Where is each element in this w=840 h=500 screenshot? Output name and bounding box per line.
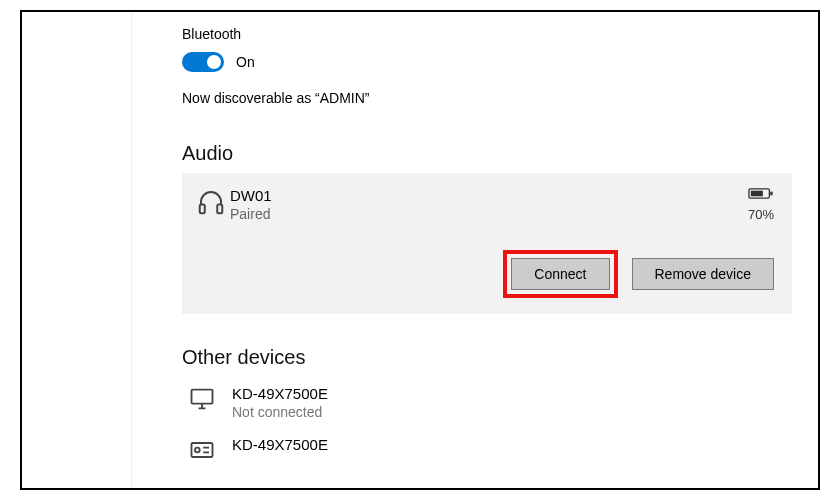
- bluetooth-toggle[interactable]: [182, 52, 224, 72]
- connect-button[interactable]: Connect: [511, 258, 609, 290]
- sidebar-placeholder: [22, 12, 132, 488]
- bluetooth-label: Bluetooth: [182, 26, 818, 42]
- svg-rect-5: [192, 390, 213, 404]
- audio-heading: Audio: [182, 142, 818, 165]
- bluetooth-toggle-row: On: [182, 52, 818, 72]
- svg-rect-0: [200, 205, 205, 214]
- svg-point-7: [195, 448, 200, 453]
- other-device-status: Not connected: [232, 404, 328, 420]
- headphones-icon: [196, 187, 230, 220]
- bluetooth-settings-panel: Bluetooth On Now discoverable as “ADMIN”…: [132, 12, 818, 488]
- other-device-name: KD-49X7500E: [232, 436, 328, 453]
- battery-percent: 70%: [748, 207, 774, 222]
- media-device-icon: [188, 436, 218, 467]
- monitor-icon: [188, 385, 218, 416]
- list-item[interactable]: KD-49X7500E Not connected: [182, 377, 792, 428]
- other-device-name: KD-49X7500E: [232, 385, 328, 402]
- discoverable-text: Now discoverable as “ADMIN”: [182, 90, 818, 106]
- svg-rect-1: [217, 205, 222, 214]
- other-devices-heading: Other devices: [182, 346, 818, 369]
- device-name: DW01: [230, 187, 748, 204]
- svg-rect-4: [751, 191, 763, 197]
- audio-device-card[interactable]: DW01 Paired 70% Connect: [182, 173, 792, 314]
- bluetooth-toggle-state: On: [236, 54, 255, 70]
- list-item[interactable]: KD-49X7500E: [182, 428, 792, 475]
- settings-window: Bluetooth On Now discoverable as “ADMIN”…: [20, 10, 820, 490]
- svg-rect-3: [770, 192, 772, 196]
- remove-device-button[interactable]: Remove device: [632, 258, 775, 290]
- battery-icon: [748, 187, 774, 203]
- device-status: Paired: [230, 206, 748, 222]
- highlight-box: Connect: [503, 250, 617, 298]
